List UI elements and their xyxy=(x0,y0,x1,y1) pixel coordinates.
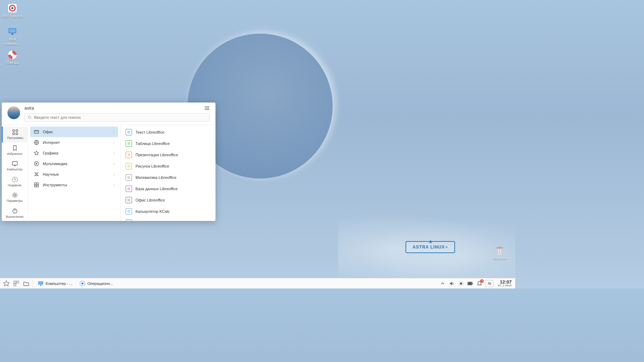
desktop-icon-label: Веб браузер ... xyxy=(2,14,23,23)
app-label: Офис Libreoffice xyxy=(136,198,165,202)
left-tab-favorites[interactable]: Избранное xyxy=(2,142,28,158)
notification-badge: 3 xyxy=(480,279,484,283)
app-item[interactable]: База данных Libreoffice xyxy=(123,183,213,194)
clock[interactable]: 12:07 ВТ, 2 ИЮЛ xyxy=(498,280,513,287)
category-Офис[interactable]: Офис› xyxy=(30,127,118,137)
svg-rect-35 xyxy=(127,210,130,213)
category-icon xyxy=(34,171,39,177)
notifications-icon[interactable]: 3 xyxy=(476,280,483,287)
category-label: Инструменты xyxy=(43,183,67,187)
menu-settings-icon[interactable] xyxy=(204,105,210,111)
desktop-icons: Веб браузер ... Мой компью... Помощь xyxy=(2,3,23,69)
start-menu: astra Программы Избранное xyxy=(2,103,215,221)
app-label: Таблица Libreoffice xyxy=(136,141,170,146)
svg-rect-28 xyxy=(127,131,130,134)
keyboard-layout[interactable]: ru xyxy=(485,280,494,287)
app-icon xyxy=(126,220,132,221)
clock-date: ВТ, 2 ИЮЛ xyxy=(498,284,512,287)
svg-rect-26 xyxy=(34,185,36,187)
file-manager-button[interactable] xyxy=(22,279,30,288)
desktop-icon-help[interactable]: Помощь xyxy=(2,49,23,65)
chrome-icon xyxy=(80,281,85,286)
app-icon xyxy=(126,129,132,135)
svg-point-21 xyxy=(35,133,35,133)
app-item[interactable]: Рисунок Libreoffice xyxy=(123,160,213,172)
category-label: Мультимедиа xyxy=(43,162,67,166)
clock-icon xyxy=(12,176,18,183)
taskbar-task-computer[interactable]: Компьютер - ... xyxy=(35,279,75,288)
svg-rect-12 xyxy=(13,130,15,132)
svg-rect-31 xyxy=(127,165,130,168)
power-icon xyxy=(12,208,18,214)
volume-icon[interactable] xyxy=(448,280,455,287)
category-Научные[interactable]: Научные› xyxy=(30,169,118,180)
brand-text: ASTRA LINUX xyxy=(413,245,445,250)
taskbar-divider xyxy=(33,280,33,287)
user-avatar[interactable] xyxy=(7,106,20,119)
svg-point-46 xyxy=(81,282,84,285)
app-label: Редактор Kate xyxy=(136,221,161,221)
start-menu-body: Программы Избранное Компьютер Недавние П… xyxy=(2,125,215,221)
app-icon xyxy=(126,163,132,169)
app-item[interactable]: Редактор Kate xyxy=(123,217,213,221)
svg-point-8 xyxy=(496,247,503,249)
desktop-icon-web-browser[interactable]: Веб браузер ... xyxy=(2,3,23,23)
category-icon xyxy=(34,150,39,156)
trash-icon xyxy=(494,245,505,256)
app-label: Презентация Libreoffice xyxy=(136,153,178,157)
app-item[interactable]: Математика Libreoffice xyxy=(123,172,213,183)
category-Мультимедиа[interactable]: Мультимедиа› xyxy=(30,158,118,169)
app-icon xyxy=(126,174,132,181)
desktop-icon-my-computer[interactable]: Мой компью... xyxy=(2,26,23,46)
chevron-right-icon: › xyxy=(114,130,115,134)
app-item[interactable]: Офис Libreoffice xyxy=(123,194,213,206)
app-item[interactable]: Таблица Libreoffice xyxy=(123,138,213,149)
start-menu-header: astra xyxy=(2,103,215,125)
svg-point-11 xyxy=(28,116,31,118)
computer-icon xyxy=(7,26,18,37)
svg-rect-29 xyxy=(127,142,130,145)
desktop-icon-label: Мой компью... xyxy=(2,37,23,46)
trash-label: Корзина xyxy=(489,256,510,260)
search-input[interactable] xyxy=(34,115,207,119)
start-menu-apps: Текст LibreofficeТаблица LibreofficeПрез… xyxy=(121,125,215,221)
chevron-right-icon: › xyxy=(114,173,115,176)
svg-rect-39 xyxy=(14,281,16,283)
battery-icon[interactable] xyxy=(467,280,474,287)
category-Интернет[interactable]: Интернет› xyxy=(30,137,118,148)
start-menu-categories: Офис›Интернет›Графика›Мультимедиа›Научны… xyxy=(28,125,121,221)
category-Инструменты[interactable]: Инструменты› xyxy=(30,180,118,190)
app-icon xyxy=(126,186,132,192)
desktop-icon-label: Помощь xyxy=(2,61,23,65)
svg-rect-16 xyxy=(12,162,17,165)
left-tab-programs[interactable]: Программы xyxy=(2,127,28,142)
svg-rect-49 xyxy=(472,283,473,284)
category-Графика[interactable]: Графика› xyxy=(30,148,118,158)
gear-icon xyxy=(12,192,18,198)
brightness-icon[interactable] xyxy=(458,280,465,287)
desktop-icon-trash[interactable]: Корзина xyxy=(489,245,510,260)
task-label: Операционн... xyxy=(87,281,113,286)
app-item[interactable]: Калькулятор KCalc xyxy=(123,206,213,217)
taskbar-task-browser[interactable]: Операционн... xyxy=(77,279,116,288)
app-label: Текст Libreoffice xyxy=(136,130,164,134)
left-tab-shutdown[interactable]: Выключение xyxy=(2,205,28,221)
category-label: Офис xyxy=(43,130,53,134)
tray-expand-icon[interactable] xyxy=(439,280,446,287)
svg-rect-33 xyxy=(127,187,130,190)
svg-rect-27 xyxy=(37,185,39,187)
category-label: Графика xyxy=(43,151,58,155)
left-tab-recent[interactable]: Недавние xyxy=(2,174,28,190)
app-label: База данных Libreoffice xyxy=(136,187,178,191)
start-button[interactable] xyxy=(2,279,11,288)
search-box[interactable] xyxy=(24,113,210,122)
app-item[interactable]: Текст Libreoffice xyxy=(123,127,213,138)
svg-rect-13 xyxy=(16,130,18,132)
svg-point-47 xyxy=(460,282,462,285)
left-tab-settings[interactable]: Параметры xyxy=(2,189,28,205)
left-tab-computer[interactable]: Компьютер xyxy=(2,158,28,174)
show-desktop-button[interactable] xyxy=(12,279,21,288)
app-item[interactable]: Презентация Libreoffice xyxy=(123,149,213,160)
svg-point-18 xyxy=(14,194,16,196)
app-label: Калькулятор KCalc xyxy=(136,209,170,214)
